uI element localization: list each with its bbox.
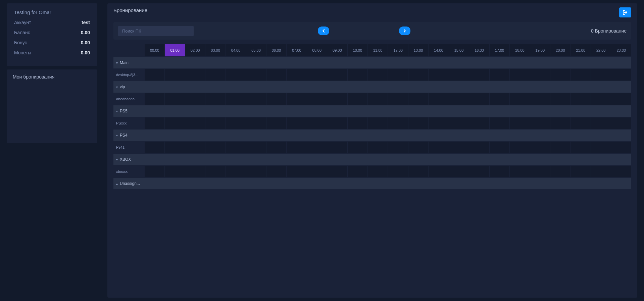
booking-slot[interactable] — [550, 93, 570, 105]
time-header-cell[interactable]: 06:00 — [266, 44, 286, 56]
booking-slot[interactable] — [388, 166, 408, 177]
time-header-cell[interactable]: 15:00 — [449, 44, 469, 56]
booking-slot[interactable] — [571, 93, 591, 105]
booking-slot[interactable] — [510, 93, 530, 105]
booking-slot[interactable] — [348, 117, 367, 129]
booking-slot[interactable] — [388, 117, 408, 129]
booking-slot[interactable] — [246, 117, 266, 129]
booking-slot[interactable] — [185, 117, 205, 129]
time-header-cell[interactable]: 00:00 — [145, 44, 164, 56]
booking-slot[interactable] — [165, 117, 185, 129]
booking-slot[interactable] — [266, 69, 286, 81]
booking-slot[interactable] — [530, 93, 550, 105]
booking-slot[interactable] — [510, 142, 530, 153]
booking-slot[interactable] — [145, 142, 164, 153]
booking-slot[interactable] — [165, 93, 185, 105]
booking-slot[interactable] — [307, 166, 327, 177]
booking-slot[interactable] — [307, 93, 327, 105]
booking-slot[interactable] — [287, 117, 306, 129]
booking-slot[interactable] — [307, 117, 327, 129]
booking-slot[interactable] — [449, 117, 469, 129]
booking-slot[interactable] — [388, 69, 408, 81]
booking-slot[interactable] — [205, 117, 225, 129]
booking-slot[interactable] — [266, 117, 286, 129]
booking-slot[interactable] — [266, 166, 286, 177]
booking-slot[interactable] — [571, 142, 591, 153]
time-header-cell[interactable]: 05:00 — [246, 44, 266, 56]
time-header-cell[interactable]: 01:00 — [165, 44, 185, 56]
booking-slot[interactable] — [449, 93, 469, 105]
group-row[interactable]: ▾PS4 — [113, 130, 631, 141]
booking-slot[interactable] — [469, 166, 489, 177]
booking-slot[interactable] — [185, 93, 205, 105]
booking-slot[interactable] — [490, 93, 509, 105]
booking-slot[interactable] — [510, 166, 530, 177]
booking-slot[interactable] — [185, 166, 205, 177]
next-date-button[interactable] — [399, 27, 410, 35]
group-row[interactable]: ▴Unassign... — [113, 178, 631, 189]
booking-slot[interactable] — [429, 166, 448, 177]
booking-slot[interactable] — [490, 166, 509, 177]
booking-slot[interactable] — [327, 93, 347, 105]
time-header-cell[interactable]: 18:00 — [510, 44, 530, 56]
time-header-cell[interactable]: 22:00 — [591, 44, 611, 56]
booking-slot[interactable] — [185, 69, 205, 81]
booking-slot[interactable] — [348, 166, 367, 177]
booking-slot[interactable] — [611, 166, 631, 177]
booking-slot[interactable] — [449, 69, 469, 81]
booking-slot[interactable] — [611, 93, 631, 105]
booking-slot[interactable] — [327, 117, 347, 129]
booking-slot[interactable] — [246, 69, 266, 81]
booking-slot[interactable] — [205, 93, 225, 105]
time-header-cell[interactable]: 08:00 — [307, 44, 327, 56]
booking-slot[interactable] — [368, 166, 388, 177]
booking-slot[interactable] — [327, 142, 347, 153]
booking-slot[interactable] — [327, 166, 347, 177]
group-row[interactable]: ▾PS5 — [113, 105, 631, 117]
booking-slot[interactable] — [530, 69, 550, 81]
booking-slot[interactable] — [429, 69, 448, 81]
time-header-cell[interactable]: 23:00 — [611, 44, 631, 56]
booking-slot[interactable] — [348, 69, 367, 81]
booking-slot[interactable] — [246, 93, 266, 105]
booking-slot[interactable] — [408, 142, 428, 153]
booking-slot[interactable] — [571, 117, 591, 129]
booking-slot[interactable] — [327, 69, 347, 81]
group-row[interactable]: ▾XBOX — [113, 154, 631, 165]
time-header-cell[interactable]: 20:00 — [550, 44, 570, 56]
booking-slot[interactable] — [591, 166, 611, 177]
booking-slot[interactable] — [449, 142, 469, 153]
booking-slot[interactable] — [368, 93, 388, 105]
booking-slot[interactable] — [205, 142, 225, 153]
booking-slot[interactable] — [307, 142, 327, 153]
booking-slot[interactable] — [469, 69, 489, 81]
booking-slot[interactable] — [571, 69, 591, 81]
booking-slot[interactable] — [611, 117, 631, 129]
booking-slot[interactable] — [510, 69, 530, 81]
group-row[interactable]: ▾vip — [113, 81, 631, 93]
time-header-cell[interactable]: 13:00 — [408, 44, 428, 56]
booking-slot[interactable] — [591, 69, 611, 81]
booking-slot[interactable] — [266, 93, 286, 105]
booking-slot[interactable] — [469, 142, 489, 153]
booking-slot[interactable] — [226, 93, 246, 105]
booking-slot[interactable] — [388, 93, 408, 105]
booking-slot[interactable] — [145, 93, 164, 105]
time-header-cell[interactable]: 21:00 — [571, 44, 591, 56]
booking-slot[interactable] — [348, 93, 367, 105]
booking-slot[interactable] — [550, 69, 570, 81]
booking-slot[interactable] — [490, 69, 509, 81]
booking-slot[interactable] — [550, 142, 570, 153]
booking-slot[interactable] — [408, 69, 428, 81]
time-header-cell[interactable]: 09:00 — [327, 44, 347, 56]
time-header-cell[interactable]: 04:00 — [226, 44, 246, 56]
booking-slot[interactable] — [469, 93, 489, 105]
booking-slot[interactable] — [550, 117, 570, 129]
booking-slot[interactable] — [307, 69, 327, 81]
booking-slot[interactable] — [469, 117, 489, 129]
booking-slot[interactable] — [226, 69, 246, 81]
booking-slot[interactable] — [185, 142, 205, 153]
booking-slot[interactable] — [165, 142, 185, 153]
booking-slot[interactable] — [368, 142, 388, 153]
time-header-cell[interactable]: 02:00 — [185, 44, 205, 56]
